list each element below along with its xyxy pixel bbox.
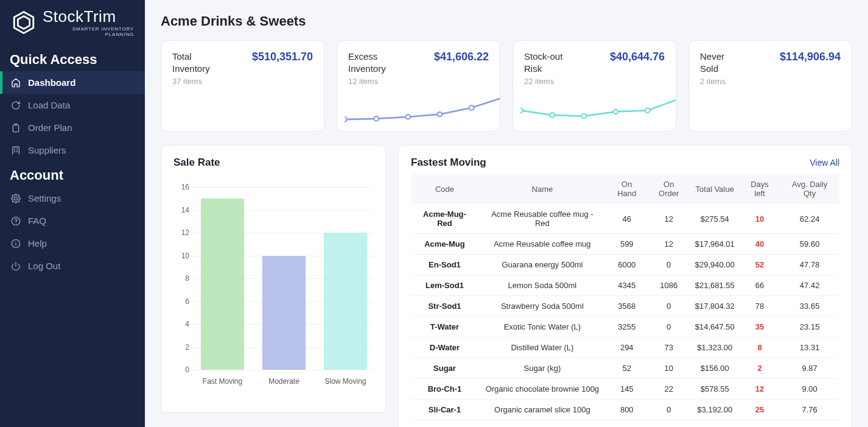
cell-code: Str-Sod1 (411, 296, 478, 317)
sidebar-item-suppliers[interactable]: Suppliers (0, 139, 145, 161)
x-label: Fast Moving (201, 377, 244, 386)
stat-value: $510,351.70 (252, 51, 313, 63)
sale-rate-chart: 0246810121416 Fast MovingModerateSlow Mo… (173, 187, 373, 394)
table-row[interactable]: Acme-MugAcme Reusable coffee mug59912$17… (411, 234, 839, 255)
home-icon (11, 78, 21, 88)
y-tick: 10 (181, 252, 189, 260)
table-row[interactable]: Bro-Ch-1Organic chocolate brownie 100g14… (411, 379, 839, 400)
col-header: Avg. Daily Qty (780, 174, 839, 204)
cell-total-value: $17,964.01 (690, 234, 740, 255)
y-tick: 8 (185, 274, 189, 283)
sale-rate-panel: Sale Rate 0246810121416 Fast MovingModer… (161, 145, 386, 413)
cell-total-value: $3,192.00 (690, 400, 740, 420)
table-row[interactable]: Acme-Mug-RedAcme Reusable coffee mug - R… (411, 204, 839, 234)
cell-code: T-Water (411, 317, 478, 337)
cell-code: Lem-Sod1 (411, 275, 478, 296)
cell-name: Exotic Tonic Water (L) (478, 317, 606, 337)
cell-on-hand: 46 (606, 204, 648, 234)
stat-card-total-inventory[interactable]: TotalInventory$510,351.7037 items (161, 40, 324, 132)
table-row[interactable]: SugarSugar (kg)5210$156.0029.87 (411, 358, 839, 379)
table-row[interactable]: Lem-Sod1Lemon Soda 500ml43451086$21,681.… (411, 275, 839, 296)
fastest-table: CodeNameOn HandOn OrderTotal ValueDays l… (411, 174, 839, 420)
bar-fast-moving (201, 199, 244, 370)
sidebar-item-help[interactable]: Help (0, 232, 145, 255)
svg-point-3 (374, 116, 379, 121)
bar-moderate (262, 256, 306, 370)
cell-days-left: 66 (740, 275, 780, 296)
cell-total-value: $275.54 (690, 204, 740, 234)
svg-point-9 (550, 113, 555, 118)
table-row[interactable]: Sli-Car-1Organic caramel slice 100g8000$… (411, 400, 839, 420)
stat-card-never-sold[interactable]: NeverSold$114,906.942 items (688, 40, 852, 132)
table-row[interactable]: En-Sod1Guarana energy 500ml60000$29,940.… (411, 255, 839, 275)
table-row[interactable]: D-WaterDistilled Water (L)29473$1,323.00… (411, 337, 839, 358)
sidebar-item-label: Log Out (28, 261, 60, 271)
panels-row: Sale Rate 0246810121416 Fast MovingModer… (161, 145, 852, 427)
stat-value: $41,606.22 (434, 51, 489, 63)
cell-name: Strawberry Soda 500ml (478, 296, 606, 317)
cell-total-value: $1,323.00 (690, 337, 740, 358)
cell-name: Guarana energy 500ml (478, 255, 606, 275)
sparkline (345, 94, 500, 125)
cell-days-left: 10 (740, 204, 780, 234)
bar-slow-moving (324, 233, 367, 370)
svg-point-4 (406, 115, 411, 119)
cell-code: Sli-Car-1 (411, 400, 478, 420)
fastest-moving-panel: Fastest Moving View All CodeNameOn HandO… (398, 145, 852, 427)
cell-on-hand: 3255 (606, 317, 648, 337)
cell-on-hand: 6000 (606, 255, 648, 275)
sidebar-item-order-plan[interactable]: Order Plan (0, 116, 145, 139)
sidebar-item-load-data[interactable]: Load Data (0, 94, 145, 116)
stat-value: $114,906.94 (780, 51, 841, 63)
cell-total-value: $156.00 (690, 358, 740, 379)
cell-on-order: 0 (648, 296, 690, 317)
col-header: On Order (648, 174, 690, 204)
cell-name: Lemon Soda 500ml (478, 275, 606, 296)
cell-days-left: 2 (740, 358, 780, 379)
view-all-link[interactable]: View All (810, 158, 839, 168)
cell-on-hand: 294 (606, 337, 648, 358)
stat-card-stockout-risk[interactable]: Stock-outRisk$40,644.7622 items (513, 40, 676, 132)
sidebar-section-title: Account (0, 161, 145, 187)
cell-days-left: 25 (740, 400, 780, 420)
cell-days-left: 40 (740, 234, 780, 255)
cell-on-order: 0 (648, 255, 690, 275)
stat-sub: 22 items (524, 77, 665, 86)
cell-total-value: $14,647.50 (690, 317, 740, 337)
stat-label: ExcessInventory (348, 51, 386, 74)
svg-marker-1 (18, 16, 29, 29)
sale-rate-title: Sale Rate (173, 157, 220, 169)
table-row[interactable]: T-WaterExotic Tonic Water (L)32550$14,64… (411, 317, 839, 337)
sidebar-item-label: Order Plan (28, 122, 72, 133)
cell-avg: 23.15 (780, 317, 839, 337)
fastest-title: Fastest Moving (411, 157, 486, 169)
sidebar-section-title: Quick Access (0, 46, 145, 71)
table-row[interactable]: Str-Sod1Strawberry Soda 500ml35680$17,80… (411, 296, 839, 317)
cell-code: En-Sod1 (411, 255, 478, 275)
gridline (191, 370, 373, 370)
sidebar-item-logout[interactable]: Log Out (0, 255, 145, 277)
col-header: Total Value (690, 174, 740, 204)
svg-point-11 (614, 110, 618, 115)
cell-on-hand: 145 (606, 379, 648, 400)
cell-code: Bro-Ch-1 (411, 379, 478, 400)
question-icon (11, 216, 21, 226)
cell-on-order: 12 (648, 234, 690, 255)
sidebar-item-faq[interactable]: FAQ (0, 210, 145, 232)
sidebar-item-label: Suppliers (28, 145, 66, 155)
col-header: Days left (740, 174, 780, 204)
col-header: Name (478, 174, 606, 204)
cell-name: Distilled Water (L) (478, 337, 606, 358)
sidebar-item-dashboard[interactable]: Dashboard (0, 71, 145, 94)
stat-card-excess-inventory[interactable]: ExcessInventory$41,606.2212 items (337, 40, 500, 132)
cell-code: Acme-Mug-Red (411, 204, 478, 234)
cell-on-hand: 599 (606, 234, 648, 255)
page-title: Acme Drinks & Sweets (161, 13, 852, 29)
cell-on-order: 22 (648, 379, 690, 400)
stat-sub: 37 items (172, 77, 313, 86)
sidebar-item-settings[interactable]: Settings (0, 187, 145, 210)
sidebar-item-label: Load Data (28, 100, 70, 110)
cell-avg: 9.00 (780, 379, 839, 400)
cell-name: Organic chocolate brownie 100g (478, 379, 606, 400)
cell-days-left: 35 (740, 317, 780, 337)
